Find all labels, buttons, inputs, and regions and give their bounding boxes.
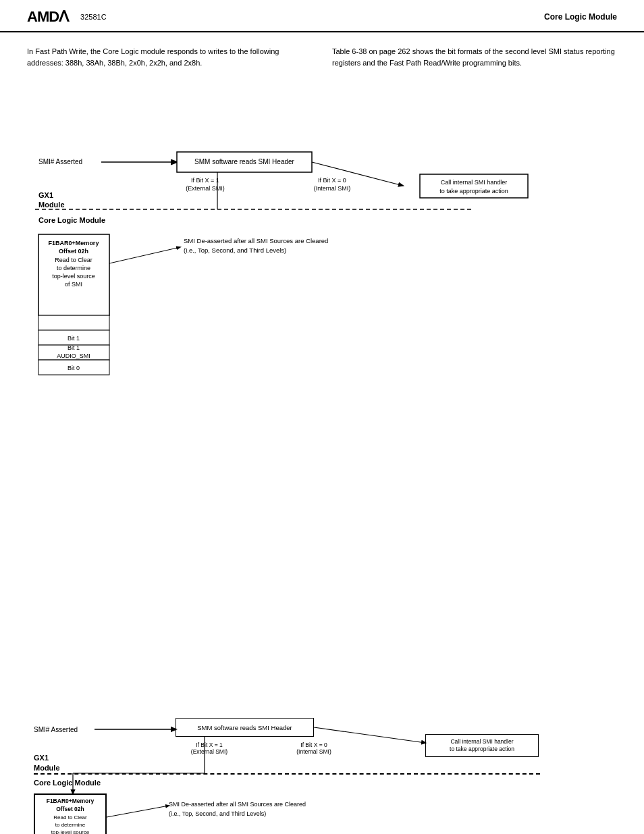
intro-text: In Fast Path Write, the Core Logic modul… xyxy=(27,46,617,68)
connectors-svg xyxy=(27,685,614,834)
gx1-module-label: GX1Module xyxy=(34,753,60,774)
smi-deasserted-text: SMI De-asserted after all SMI Sources ar… xyxy=(169,800,306,818)
svg-text:(Internal SMI): (Internal SMI) xyxy=(314,185,351,192)
content: In Fast Path Write, the Core Logic modul… xyxy=(0,32,644,834)
svg-text:Bit 1: Bit 1 xyxy=(68,335,80,342)
svg-text:Offset 02h: Offset 02h xyxy=(59,248,88,255)
svg-text:SMI De-asserted after all SMI : SMI De-asserted after all SMI Sources ar… xyxy=(184,237,328,244)
svg-rect-29 xyxy=(38,315,109,330)
diagram-svg: GX1 Module Core Logic Module SMI# Assert… xyxy=(28,84,616,685)
diagram-area: GX1 Module Core Logic Module SMI# Assert… xyxy=(27,84,617,834)
boundary-line xyxy=(34,773,540,775)
intro-col-1: In Fast Path Write, the Core Logic modul… xyxy=(27,46,312,68)
svg-text:to take appropriate action: to take appropriate action xyxy=(439,188,508,194)
svg-text:Module: Module xyxy=(38,201,65,209)
section-title: Core Logic Module xyxy=(544,12,617,22)
svg-text:AUDIO_SMI: AUDIO_SMI xyxy=(57,353,90,359)
svg-text:of SMI: of SMI xyxy=(65,281,82,288)
external-smi-label: If Bit X = 1(External SMI) xyxy=(182,741,236,755)
doc-number: 32581C xyxy=(80,13,107,21)
svg-text:top-level source: top-level source xyxy=(52,273,95,280)
internal-smi-label: If Bit X = 0(Internal SMI) xyxy=(287,741,341,755)
smm-header-box: SMM software reads SMI Header xyxy=(176,718,314,737)
svg-text:to determine: to determine xyxy=(57,265,90,271)
svg-text:If Bit X = 0: If Bit X = 0 xyxy=(318,177,346,184)
intro-col-2: Table 6-38 on page 262 shows the bit for… xyxy=(332,46,617,68)
page: AMDɅ 32581C Core Logic Module In Fast Pa… xyxy=(0,0,644,834)
svg-text:F1BAR0+Memory: F1BAR0+Memory xyxy=(49,240,99,246)
svg-text:Call internal SMI handler: Call internal SMI handler xyxy=(441,179,508,186)
call-handler-box: Call internal SMI handlerto take appropr… xyxy=(425,734,539,757)
smi-asserted-label: SMI# Asserted xyxy=(34,726,78,733)
svg-text:GX1: GX1 xyxy=(38,191,53,199)
svg-line-42 xyxy=(107,806,169,817)
svg-line-26 xyxy=(109,247,180,263)
svg-text:Bit 1: Bit 1 xyxy=(68,344,80,351)
svg-line-41 xyxy=(314,727,425,743)
svg-text:Bit 0: Bit 0 xyxy=(68,365,80,371)
header-left: AMDɅ 32581C xyxy=(27,8,107,26)
svg-text:SMM software reads SMI Header: SMM software reads SMI Header xyxy=(194,158,294,165)
svg-text:Read to Clear: Read to Clear xyxy=(55,257,92,263)
svg-text:(External SMI): (External SMI) xyxy=(186,185,225,192)
svg-text:If Bit X = 1: If Bit X = 1 xyxy=(191,177,219,184)
core-logic-label: Core Logic Module xyxy=(34,779,101,787)
f1bar0-box: F1BAR0+MemoryOffset 02h Read to Clearto … xyxy=(34,793,107,834)
amd-logo: AMDɅ xyxy=(27,8,68,26)
svg-text:(i.e., Top, Second, and Third : (i.e., Top, Second, and Third Levels) xyxy=(184,246,286,254)
svg-text:SMI# Asserted: SMI# Asserted xyxy=(38,158,82,165)
svg-text:Core Logic Module: Core Logic Module xyxy=(38,216,105,224)
header: AMDɅ 32581C Core Logic Module xyxy=(0,0,644,32)
